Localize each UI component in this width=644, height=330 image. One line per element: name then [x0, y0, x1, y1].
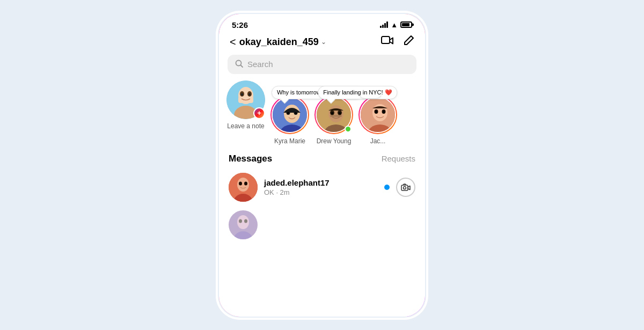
message-username-0: jaded.elephant17 [264, 178, 378, 187]
svg-point-41 [237, 215, 249, 229]
svg-point-16 [287, 112, 289, 114]
story-self-label: Leave a note [227, 122, 264, 130]
header-left: < okay_kaiden_459 ⌄ [230, 36, 326, 48]
online-indicator [345, 126, 352, 133]
username-label: okay_kaiden_459 [239, 36, 319, 48]
message-avatar-0 [229, 173, 258, 202]
story-partial[interactable]: Ga... [358, 96, 397, 145]
phone-inner: 5:26 ▲ < okay_kaiden_459 ⌄ [219, 14, 425, 317]
svg-point-31 [375, 111, 377, 113]
status-time: 5:26 [232, 20, 248, 30]
message-preview-0: OK · 2m [264, 188, 378, 196]
svg-point-43 [239, 219, 242, 223]
stories-row: + Leave a note Why is tomorrow Monday!? … [219, 80, 425, 145]
phone-frame: 5:26 ▲ < okay_kaiden_459 ⌄ [217, 12, 427, 318]
svg-point-39 [404, 186, 406, 189]
search-icon [235, 60, 243, 69]
svg-point-32 [383, 111, 385, 113]
search-bar[interactable]: Search [228, 55, 416, 74]
video-call-icon[interactable] [381, 35, 394, 49]
svg-line-2 [241, 65, 243, 67]
story-drew-avatar-wrapper: Finally landing in NYC! ❤️ [314, 96, 353, 134]
message-info-0: jaded.elephant17 OK · 2m [264, 178, 378, 196]
svg-point-44 [244, 219, 247, 223]
wifi-icon: ▲ [391, 21, 398, 29]
story-self[interactable]: + Leave a note [226, 80, 265, 145]
svg-point-34 [237, 178, 249, 192]
story-drew-label: Drew Young [317, 137, 352, 145]
svg-point-17 [295, 112, 297, 114]
requests-link[interactable]: Requests [382, 154, 415, 163]
message-item-0[interactable]: jaded.elephant17 OK · 2m [219, 168, 425, 206]
story-partial-note: Ga... [358, 96, 382, 99]
story-partial-label: Jac... [370, 137, 386, 145]
story-drew-note: Finally landing in NYC! ❤️ [318, 86, 397, 99]
story-kyra[interactable]: Why is tomorrow Monday!? 😩 [270, 96, 309, 145]
add-note-button[interactable]: + [253, 107, 265, 119]
message-actions-0 [384, 178, 415, 197]
message-item-1[interactable] [219, 206, 425, 244]
story-kyra-avatar [270, 96, 309, 134]
story-kyra-label: Kyra Marie [274, 137, 305, 145]
svg-point-12 [284, 105, 300, 123]
battery-icon [400, 21, 412, 28]
compose-icon[interactable] [402, 35, 414, 49]
svg-point-10 [248, 93, 251, 96]
story-partial-avatar [358, 96, 397, 134]
status-bar: 5:26 ▲ [219, 14, 425, 32]
svg-rect-0 [382, 36, 390, 43]
svg-point-23 [331, 112, 333, 114]
story-self-avatar-wrapper: + [226, 80, 265, 119]
header-right [381, 35, 414, 49]
search-placeholder: Search [247, 60, 273, 69]
svg-point-24 [339, 112, 341, 114]
camera-button-0[interactable] [396, 178, 415, 197]
chevron-down-icon: ⌄ [321, 38, 326, 46]
status-icons: ▲ [380, 21, 412, 29]
story-kyra-avatar-wrapper: Why is tomorrow Monday!? 😩 [270, 96, 309, 134]
signal-bars-icon [380, 21, 388, 28]
story-partial-avatar-wrapper: Ga... [358, 96, 397, 134]
story-drew[interactable]: Finally landing in NYC! ❤️ [314, 96, 353, 145]
svg-point-36 [239, 181, 242, 185]
svg-point-9 [241, 93, 243, 96]
message-avatar-1 [229, 210, 258, 239]
messages-title: Messages [229, 153, 272, 164]
svg-point-37 [244, 181, 247, 185]
unread-dot-0 [384, 185, 390, 190]
username-row[interactable]: okay_kaiden_459 ⌄ [239, 36, 326, 48]
back-button[interactable]: < [230, 36, 236, 48]
messages-header: Messages Requests [219, 145, 425, 168]
svg-rect-25 [330, 115, 342, 117]
header: < okay_kaiden_459 ⌄ [219, 32, 425, 55]
svg-rect-38 [401, 185, 408, 190]
